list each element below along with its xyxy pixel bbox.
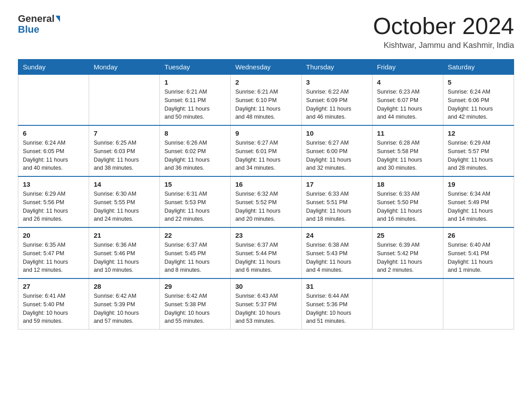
day-number: 25 xyxy=(377,231,438,239)
day-info: Sunrise: 6:31 AM Sunset: 5:53 PM Dayligh… xyxy=(164,190,226,223)
calendar-cell: 2Sunrise: 6:21 AM Sunset: 6:10 PM Daylig… xyxy=(231,75,301,126)
logo: General Blue xyxy=(18,13,60,35)
day-info: Sunrise: 6:28 AM Sunset: 5:58 PM Dayligh… xyxy=(377,139,438,172)
calendar-cell xyxy=(372,278,443,330)
day-info: Sunrise: 6:22 AM Sunset: 6:09 PM Dayligh… xyxy=(306,88,368,121)
day-number: 3 xyxy=(306,78,368,86)
calendar-week-row: 13Sunrise: 6:29 AM Sunset: 5:56 PM Dayli… xyxy=(18,176,514,227)
day-number: 28 xyxy=(94,283,155,290)
day-info: Sunrise: 6:24 AM Sunset: 6:05 PM Dayligh… xyxy=(23,139,84,172)
day-info: Sunrise: 6:42 AM Sunset: 5:38 PM Dayligh… xyxy=(164,292,226,325)
day-number: 29 xyxy=(164,283,226,290)
day-number: 31 xyxy=(306,283,368,290)
calendar-cell: 15Sunrise: 6:31 AM Sunset: 5:53 PM Dayli… xyxy=(160,176,231,227)
day-info: Sunrise: 6:34 AM Sunset: 5:49 PM Dayligh… xyxy=(448,190,509,223)
calendar-cell: 29Sunrise: 6:42 AM Sunset: 5:38 PM Dayli… xyxy=(160,278,231,330)
header-wednesday: Wednesday xyxy=(231,60,301,75)
day-number: 30 xyxy=(235,283,296,290)
day-info: Sunrise: 6:40 AM Sunset: 5:41 PM Dayligh… xyxy=(448,241,509,274)
header-friday: Friday xyxy=(372,60,443,75)
day-number: 27 xyxy=(23,283,84,290)
day-number: 2 xyxy=(235,78,296,86)
calendar-cell: 28Sunrise: 6:42 AM Sunset: 5:39 PM Dayli… xyxy=(89,278,160,330)
day-info: Sunrise: 6:27 AM Sunset: 6:01 PM Dayligh… xyxy=(235,139,296,172)
day-info: Sunrise: 6:26 AM Sunset: 6:02 PM Dayligh… xyxy=(164,139,226,172)
calendar-cell: 4Sunrise: 6:23 AM Sunset: 6:07 PM Daylig… xyxy=(372,75,443,126)
day-number: 16 xyxy=(235,180,296,188)
day-info: Sunrise: 6:43 AM Sunset: 5:37 PM Dayligh… xyxy=(235,292,296,325)
header-thursday: Thursday xyxy=(301,60,372,75)
calendar-cell: 16Sunrise: 6:32 AM Sunset: 5:52 PM Dayli… xyxy=(231,176,301,227)
header-tuesday: Tuesday xyxy=(160,60,231,75)
calendar-cell: 8Sunrise: 6:26 AM Sunset: 6:02 PM Daylig… xyxy=(160,125,231,176)
calendar-cell xyxy=(18,75,89,126)
day-info: Sunrise: 6:21 AM Sunset: 6:11 PM Dayligh… xyxy=(164,88,226,121)
calendar-cell: 27Sunrise: 6:41 AM Sunset: 5:40 PM Dayli… xyxy=(18,278,89,330)
day-number: 23 xyxy=(235,231,296,239)
day-number: 18 xyxy=(377,180,438,188)
day-number: 24 xyxy=(306,231,368,239)
calendar-cell: 9Sunrise: 6:27 AM Sunset: 6:01 PM Daylig… xyxy=(231,125,301,176)
day-info: Sunrise: 6:37 AM Sunset: 5:45 PM Dayligh… xyxy=(164,241,226,274)
calendar-cell: 7Sunrise: 6:25 AM Sunset: 6:03 PM Daylig… xyxy=(89,125,160,176)
day-info: Sunrise: 6:41 AM Sunset: 5:40 PM Dayligh… xyxy=(23,292,84,325)
day-number: 12 xyxy=(448,129,509,137)
calendar-cell xyxy=(89,75,160,126)
calendar-cell: 20Sunrise: 6:35 AM Sunset: 5:47 PM Dayli… xyxy=(18,227,89,278)
logo-blue: Blue xyxy=(18,24,39,35)
day-info: Sunrise: 6:29 AM Sunset: 5:57 PM Dayligh… xyxy=(448,139,509,172)
day-info: Sunrise: 6:35 AM Sunset: 5:47 PM Dayligh… xyxy=(23,241,84,274)
day-info: Sunrise: 6:25 AM Sunset: 6:03 PM Dayligh… xyxy=(94,139,155,172)
day-info: Sunrise: 6:29 AM Sunset: 5:56 PM Dayligh… xyxy=(23,190,84,223)
day-info: Sunrise: 6:33 AM Sunset: 5:51 PM Dayligh… xyxy=(306,190,368,223)
calendar-cell: 14Sunrise: 6:30 AM Sunset: 5:55 PM Dayli… xyxy=(89,176,160,227)
header-saturday: Saturday xyxy=(443,60,514,75)
calendar-cell: 19Sunrise: 6:34 AM Sunset: 5:49 PM Dayli… xyxy=(443,176,514,227)
calendar-cell: 22Sunrise: 6:37 AM Sunset: 5:45 PM Dayli… xyxy=(160,227,231,278)
calendar-week-row: 1Sunrise: 6:21 AM Sunset: 6:11 PM Daylig… xyxy=(18,75,514,126)
calendar-cell: 13Sunrise: 6:29 AM Sunset: 5:56 PM Dayli… xyxy=(18,176,89,227)
calendar-cell: 30Sunrise: 6:43 AM Sunset: 5:37 PM Dayli… xyxy=(231,278,301,330)
day-number: 26 xyxy=(448,231,509,239)
day-number: 7 xyxy=(94,129,155,137)
logo-triangle-icon xyxy=(56,16,60,22)
day-info: Sunrise: 6:24 AM Sunset: 6:06 PM Dayligh… xyxy=(448,88,509,121)
calendar-cell xyxy=(443,278,514,330)
day-info: Sunrise: 6:44 AM Sunset: 5:36 PM Dayligh… xyxy=(306,292,368,325)
month-title: October 2024 xyxy=(373,13,514,39)
day-number: 13 xyxy=(23,180,84,188)
header-sunday: Sunday xyxy=(18,60,89,75)
calendar-cell: 31Sunrise: 6:44 AM Sunset: 5:36 PM Dayli… xyxy=(301,278,372,330)
day-number: 19 xyxy=(448,180,509,188)
calendar-week-row: 27Sunrise: 6:41 AM Sunset: 5:40 PM Dayli… xyxy=(18,278,514,330)
calendar-header-row: SundayMondayTuesdayWednesdayThursdayFrid… xyxy=(18,60,514,75)
calendar-cell: 12Sunrise: 6:29 AM Sunset: 5:57 PM Dayli… xyxy=(443,125,514,176)
day-number: 8 xyxy=(164,129,226,137)
calendar-cell: 1Sunrise: 6:21 AM Sunset: 6:11 PM Daylig… xyxy=(160,75,231,126)
header-monday: Monday xyxy=(89,60,160,75)
day-info: Sunrise: 6:27 AM Sunset: 6:00 PM Dayligh… xyxy=(306,139,368,172)
page-header: General Blue October 2024 Kishtwar, Jamm… xyxy=(18,13,514,50)
day-number: 22 xyxy=(164,231,226,239)
calendar-cell: 3Sunrise: 6:22 AM Sunset: 6:09 PM Daylig… xyxy=(301,75,372,126)
calendar-cell: 11Sunrise: 6:28 AM Sunset: 5:58 PM Dayli… xyxy=(372,125,443,176)
day-info: Sunrise: 6:32 AM Sunset: 5:52 PM Dayligh… xyxy=(235,190,296,223)
day-number: 20 xyxy=(23,231,84,239)
day-number: 9 xyxy=(235,129,296,137)
day-number: 6 xyxy=(23,129,84,137)
day-info: Sunrise: 6:42 AM Sunset: 5:39 PM Dayligh… xyxy=(94,292,155,325)
title-block: October 2024 Kishtwar, Jammu and Kashmir… xyxy=(373,13,514,50)
calendar-week-row: 6Sunrise: 6:24 AM Sunset: 6:05 PM Daylig… xyxy=(18,125,514,176)
day-number: 1 xyxy=(164,78,226,86)
calendar-cell: 18Sunrise: 6:33 AM Sunset: 5:50 PM Dayli… xyxy=(372,176,443,227)
day-info: Sunrise: 6:36 AM Sunset: 5:46 PM Dayligh… xyxy=(94,241,155,274)
logo-general: General xyxy=(18,13,55,24)
calendar-cell: 25Sunrise: 6:39 AM Sunset: 5:42 PM Dayli… xyxy=(372,227,443,278)
day-number: 15 xyxy=(164,180,226,188)
day-number: 14 xyxy=(94,180,155,188)
day-info: Sunrise: 6:33 AM Sunset: 5:50 PM Dayligh… xyxy=(377,190,438,223)
location-title: Kishtwar, Jammu and Kashmir, India xyxy=(373,41,514,50)
calendar-cell: 24Sunrise: 6:38 AM Sunset: 5:43 PM Dayli… xyxy=(301,227,372,278)
day-number: 11 xyxy=(377,129,438,137)
calendar-table: SundayMondayTuesdayWednesdayThursdayFrid… xyxy=(18,59,514,330)
